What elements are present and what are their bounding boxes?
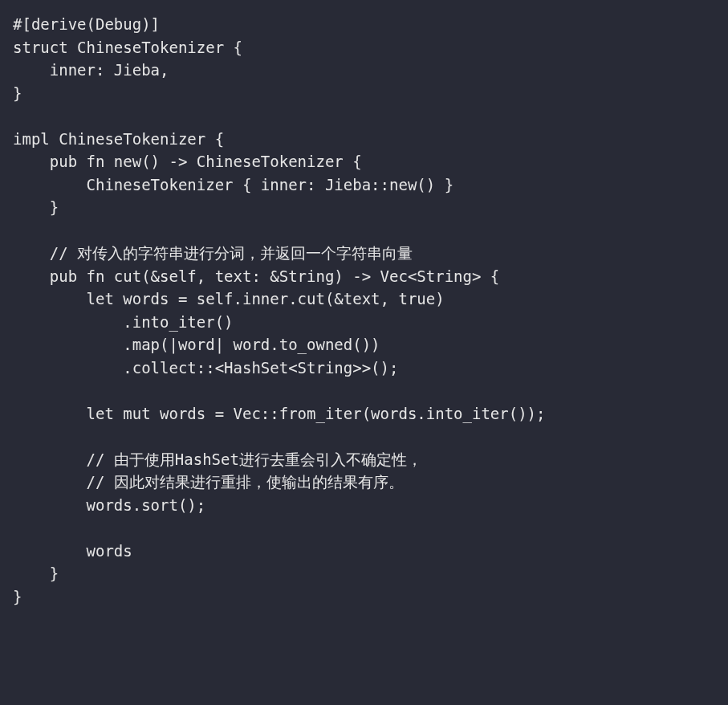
code-line: ChineseTokenizer { inner: Jieba::new() } <box>13 176 453 194</box>
code-line: #[derive(Debug)] <box>13 15 160 33</box>
code-line: // 由于使用HashSet进行去重会引入不确定性， <box>13 450 422 468</box>
code-line: inner: Jieba, <box>13 61 169 79</box>
code-line: } <box>13 198 59 216</box>
code-line: impl ChineseTokenizer { <box>13 130 224 148</box>
code-line: } <box>13 564 59 582</box>
code-line: // 对传入的字符串进行分词，并返回一个字符串向量 <box>13 244 413 262</box>
code-line: // 因此对结果进行重排，使输出的结果有序。 <box>13 473 404 491</box>
code-line: .into_iter() <box>13 313 234 331</box>
code-line: pub fn cut(&self, text: &String) -> Vec<… <box>13 267 499 285</box>
code-line: .collect::<HashSet<String>>(); <box>13 359 398 377</box>
code-line: .map(|word| word.to_owned()) <box>13 336 380 353</box>
code-line: } <box>13 84 22 102</box>
code-line: struct ChineseTokenizer { <box>13 39 242 56</box>
code-line: words <box>13 542 132 560</box>
code-block: #[derive(Debug)] struct ChineseTokenizer… <box>13 13 715 608</box>
code-line: let words = self.inner.cut(&text, true) <box>13 290 445 308</box>
code-line: let mut words = Vec::from_iter(words.int… <box>13 405 545 422</box>
code-line: words.sort(); <box>13 496 205 514</box>
code-line: } <box>13 588 22 605</box>
code-line: pub fn new() -> ChineseTokenizer { <box>13 153 362 170</box>
